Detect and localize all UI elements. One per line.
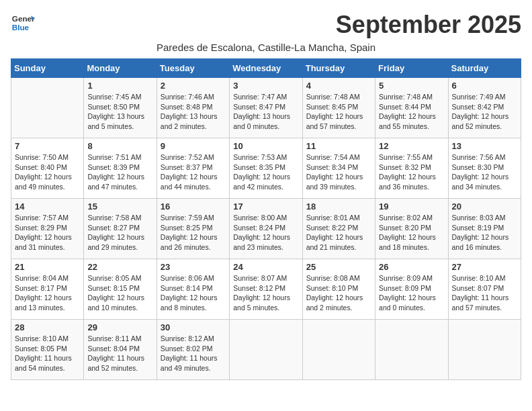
day-number: 11	[306, 141, 371, 151]
day-number: 6	[452, 81, 517, 91]
calendar-cell: 21Sunrise: 8:04 AM Sunset: 8:17 PM Dayli…	[11, 259, 84, 320]
day-number: 5	[379, 81, 444, 91]
calendar-cell	[302, 320, 375, 380]
calendar-cell: 3Sunrise: 7:47 AM Sunset: 8:47 PM Daylig…	[230, 78, 302, 138]
calendar-week-3: 14Sunrise: 7:57 AM Sunset: 8:29 PM Dayli…	[11, 199, 521, 259]
calendar-week-1: 1Sunrise: 7:45 AM Sunset: 8:50 PM Daylig…	[11, 78, 521, 138]
day-number: 18	[306, 201, 371, 212]
calendar-cell: 16Sunrise: 7:59 AM Sunset: 8:25 PM Dayli…	[157, 199, 229, 259]
day-info: Sunrise: 8:02 AM Sunset: 8:20 PM Dayligh…	[379, 213, 444, 253]
calendar-cell: 9Sunrise: 7:52 AM Sunset: 8:37 PM Daylig…	[157, 138, 229, 199]
day-number: 28	[15, 322, 80, 332]
day-info: Sunrise: 7:47 AM Sunset: 8:47 PM Dayligh…	[233, 92, 298, 132]
day-number: 29	[87, 322, 152, 332]
logo: General Blue	[11, 11, 35, 35]
day-number: 20	[452, 201, 517, 212]
calendar-cell: 28Sunrise: 8:10 AM Sunset: 8:05 PM Dayli…	[11, 320, 84, 380]
day-info: Sunrise: 8:09 AM Sunset: 8:09 PM Dayligh…	[379, 273, 444, 313]
day-number: 2	[161, 81, 226, 91]
calendar-cell: 27Sunrise: 8:10 AM Sunset: 8:07 PM Dayli…	[448, 259, 521, 320]
header: General Blue September 2025	[11, 11, 521, 39]
calendar-cell: 2Sunrise: 7:46 AM Sunset: 8:48 PM Daylig…	[157, 78, 229, 138]
page-title: September 2025	[336, 11, 521, 39]
calendar-cell	[375, 320, 448, 380]
day-info: Sunrise: 7:59 AM Sunset: 8:25 PM Dayligh…	[161, 213, 226, 253]
day-header-thursday: Thursday	[302, 59, 375, 78]
day-info: Sunrise: 7:48 AM Sunset: 8:45 PM Dayligh…	[306, 92, 371, 132]
calendar-cell: 26Sunrise: 8:09 AM Sunset: 8:09 PM Dayli…	[375, 259, 448, 320]
calendar-cell: 8Sunrise: 7:51 AM Sunset: 8:39 PM Daylig…	[84, 138, 157, 199]
day-number: 15	[87, 201, 152, 212]
calendar-cell: 15Sunrise: 7:58 AM Sunset: 8:27 PM Dayli…	[84, 199, 157, 259]
day-info: Sunrise: 8:04 AM Sunset: 8:17 PM Dayligh…	[15, 273, 80, 313]
day-info: Sunrise: 8:08 AM Sunset: 8:10 PM Dayligh…	[306, 273, 371, 313]
day-info: Sunrise: 7:49 AM Sunset: 8:42 PM Dayligh…	[452, 92, 517, 132]
day-info: Sunrise: 8:12 AM Sunset: 8:02 PM Dayligh…	[161, 334, 226, 373]
day-info: Sunrise: 7:48 AM Sunset: 8:44 PM Dayligh…	[379, 92, 444, 132]
calendar-cell: 4Sunrise: 7:48 AM Sunset: 8:45 PM Daylig…	[302, 78, 375, 138]
day-number: 12	[379, 141, 444, 151]
day-info: Sunrise: 7:51 AM Sunset: 8:39 PM Dayligh…	[87, 152, 152, 192]
day-info: Sunrise: 8:03 AM Sunset: 8:19 PM Dayligh…	[452, 213, 517, 253]
day-header-tuesday: Tuesday	[157, 59, 229, 78]
day-number: 21	[15, 262, 80, 272]
calendar-week-4: 21Sunrise: 8:04 AM Sunset: 8:17 PM Dayli…	[11, 259, 521, 320]
day-number: 10	[233, 141, 298, 151]
calendar-cell: 22Sunrise: 8:05 AM Sunset: 8:15 PM Dayli…	[84, 259, 157, 320]
day-info: Sunrise: 7:45 AM Sunset: 8:50 PM Dayligh…	[87, 92, 152, 132]
calendar-cell	[230, 320, 302, 380]
calendar-cell: 17Sunrise: 8:00 AM Sunset: 8:24 PM Dayli…	[230, 199, 302, 259]
day-info: Sunrise: 7:55 AM Sunset: 8:32 PM Dayligh…	[379, 152, 444, 192]
day-number: 8	[87, 141, 152, 151]
day-number: 26	[379, 262, 444, 272]
day-info: Sunrise: 7:50 AM Sunset: 8:40 PM Dayligh…	[15, 152, 80, 192]
day-number: 16	[161, 201, 226, 212]
calendar-week-2: 7Sunrise: 7:50 AM Sunset: 8:40 PM Daylig…	[11, 138, 521, 199]
calendar-cell: 29Sunrise: 8:11 AM Sunset: 8:04 PM Dayli…	[84, 320, 157, 380]
day-number: 9	[161, 141, 226, 151]
location-subtitle: Paredes de Escalona, Castille-La Mancha,…	[11, 42, 521, 53]
calendar-cell: 11Sunrise: 7:54 AM Sunset: 8:34 PM Dayli…	[302, 138, 375, 199]
calendar-header-row: SundayMondayTuesdayWednesdayThursdayFrid…	[11, 59, 521, 78]
day-number: 30	[161, 322, 226, 332]
day-number: 24	[233, 262, 298, 272]
day-number: 25	[306, 262, 371, 272]
calendar-cell: 19Sunrise: 8:02 AM Sunset: 8:20 PM Dayli…	[375, 199, 448, 259]
day-number: 23	[161, 262, 226, 272]
calendar-cell: 10Sunrise: 7:53 AM Sunset: 8:35 PM Dayli…	[230, 138, 302, 199]
day-info: Sunrise: 8:06 AM Sunset: 8:14 PM Dayligh…	[161, 273, 226, 313]
day-info: Sunrise: 7:54 AM Sunset: 8:34 PM Dayligh…	[306, 152, 371, 192]
day-header-wednesday: Wednesday	[230, 59, 302, 78]
day-info: Sunrise: 8:10 AM Sunset: 8:05 PM Dayligh…	[15, 334, 80, 373]
day-info: Sunrise: 7:58 AM Sunset: 8:27 PM Dayligh…	[87, 213, 152, 253]
day-number: 13	[452, 141, 517, 151]
calendar-cell: 30Sunrise: 8:12 AM Sunset: 8:02 PM Dayli…	[157, 320, 229, 380]
day-info: Sunrise: 8:10 AM Sunset: 8:07 PM Dayligh…	[452, 273, 517, 313]
day-info: Sunrise: 7:53 AM Sunset: 8:35 PM Dayligh…	[233, 152, 298, 192]
day-info: Sunrise: 8:11 AM Sunset: 8:04 PM Dayligh…	[87, 334, 152, 373]
day-info: Sunrise: 7:52 AM Sunset: 8:37 PM Dayligh…	[161, 152, 226, 192]
calendar-cell: 13Sunrise: 7:56 AM Sunset: 8:30 PM Dayli…	[448, 138, 521, 199]
calendar-cell: 25Sunrise: 8:08 AM Sunset: 8:10 PM Dayli…	[302, 259, 375, 320]
day-header-saturday: Saturday	[448, 59, 521, 78]
day-number: 3	[233, 81, 298, 91]
day-header-sunday: Sunday	[11, 59, 84, 78]
calendar-cell: 5Sunrise: 7:48 AM Sunset: 8:44 PM Daylig…	[375, 78, 448, 138]
day-number: 27	[452, 262, 517, 272]
calendar-cell	[448, 320, 521, 380]
day-number: 19	[379, 201, 444, 212]
day-number: 14	[15, 201, 80, 212]
day-info: Sunrise: 7:46 AM Sunset: 8:48 PM Dayligh…	[161, 92, 226, 132]
svg-text:Blue: Blue	[12, 23, 30, 32]
calendar-cell	[11, 78, 84, 138]
calendar-cell: 14Sunrise: 7:57 AM Sunset: 8:29 PM Dayli…	[11, 199, 84, 259]
day-info: Sunrise: 8:01 AM Sunset: 8:22 PM Dayligh…	[306, 213, 371, 253]
day-info: Sunrise: 7:57 AM Sunset: 8:29 PM Dayligh…	[15, 213, 80, 253]
calendar-cell: 7Sunrise: 7:50 AM Sunset: 8:40 PM Daylig…	[11, 138, 84, 199]
day-number: 7	[15, 141, 80, 151]
day-header-monday: Monday	[84, 59, 157, 78]
calendar-body: 1Sunrise: 7:45 AM Sunset: 8:50 PM Daylig…	[11, 78, 521, 380]
logo-icon: General Blue	[11, 11, 35, 35]
calendar-cell: 12Sunrise: 7:55 AM Sunset: 8:32 PM Dayli…	[375, 138, 448, 199]
day-info: Sunrise: 8:05 AM Sunset: 8:15 PM Dayligh…	[87, 273, 152, 313]
